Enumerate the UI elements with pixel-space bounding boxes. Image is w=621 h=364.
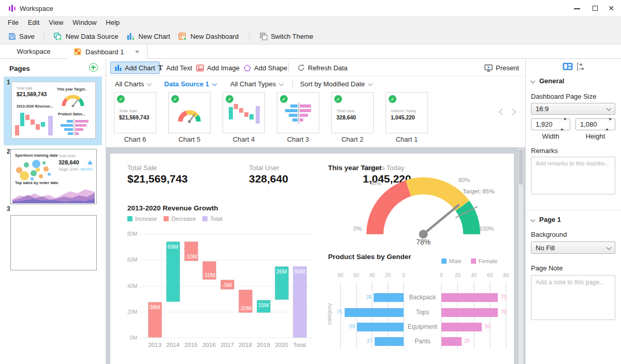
- gallery-card-chart-6[interactable]: ✓Total Sale$21,569,743: [114, 92, 156, 133]
- gallery-next-button[interactable]: [507, 108, 514, 118]
- x-axis-label: 2015: [181, 342, 201, 348]
- menu-view[interactable]: View: [44, 17, 68, 29]
- remarks-textarea[interactable]: Add remarks to this dashboard...: [531, 157, 615, 194]
- axis-tick-label: 20: [382, 272, 394, 278]
- stepper-arrows-icon[interactable]: [605, 120, 612, 128]
- bar-value-label: 38M: [149, 304, 161, 310]
- widget-tree-tab[interactable]: [577, 63, 586, 72]
- category-label: Pants: [404, 338, 441, 345]
- waterfall-bar-2018: -20M: [239, 290, 253, 313]
- dashboard-settings-icon: [563, 63, 573, 70]
- tab-label: Workspace: [17, 48, 51, 55]
- axis-tick-label: 40: [366, 272, 378, 278]
- maximize-button[interactable]: [587, 0, 603, 17]
- legend-swatch: [202, 216, 208, 221]
- page-note-textarea[interactable]: Add a note to this page...: [531, 275, 615, 320]
- menu-edit[interactable]: Edit: [23, 17, 44, 29]
- legend-item: Total: [202, 216, 222, 222]
- app-icon: [8, 4, 17, 12]
- background-label: Background: [531, 231, 567, 238]
- gauge-widget[interactable]: This year Target0%40%80%100%Target: 85%7…: [325, 161, 511, 251]
- card-waterfall-preview: [228, 101, 261, 126]
- pages-sidebar: Pages 1 Total Sale $21,569,743 This year…: [0, 59, 106, 364]
- legend-label: Female: [479, 258, 498, 264]
- butterfly-title: Product Sales by Gender: [328, 253, 411, 261]
- page-section-header[interactable]: Page 1: [531, 216, 561, 223]
- page-thumbnail-2[interactable]: 2 Sportmen training data Total Units 328…: [4, 146, 102, 211]
- bar-value-label: -10M: [203, 272, 216, 278]
- add-page-button[interactable]: [89, 63, 98, 72]
- butterfly-legend: MaleFemale: [441, 258, 498, 264]
- thumb-kpi-label: Total Sale: [17, 86, 33, 90]
- canvas-scrollbar-track[interactable]: [519, 148, 523, 364]
- minimize-button[interactable]: [569, 0, 585, 17]
- width-stepper[interactable]: 1,920: [531, 118, 570, 130]
- male-bar-pants: [375, 337, 404, 346]
- legend-swatch: [471, 259, 476, 264]
- y-axis-label: 40M: [127, 283, 137, 289]
- stepper-arrows-icon[interactable]: [560, 120, 567, 128]
- waterfall-bar-2016: -10M: [202, 261, 216, 280]
- dashboard-settings-tab[interactable]: [563, 63, 574, 72]
- canvas-scrollbar-thumb[interactable]: [519, 149, 523, 185]
- gallery-card-chart-5[interactable]: ✓: [168, 92, 211, 133]
- gallery-card-chart-1[interactable]: ✓Visitors Today1,045,220: [386, 92, 428, 133]
- save-button[interactable]: Save: [6, 31, 37, 43]
- waterfall-bar-2019: 15M: [257, 300, 271, 313]
- waterfall-legend: IncreaseDecreaseTotal: [127, 216, 223, 222]
- card-butterfly-preview: [283, 101, 314, 125]
- page-note-placeholder: Add a note to this page...: [536, 279, 612, 286]
- gridline: [139, 234, 312, 234]
- dashboard-page[interactable]: Total Sale$21,569,743Total User328,640Vi…: [110, 153, 514, 364]
- axis-tick-label: 40: [468, 272, 480, 278]
- category-label: Tops: [404, 309, 441, 316]
- gallery-card-chart-2[interactable]: ✓Total User328,640: [331, 92, 374, 133]
- height-value: 1,080: [580, 120, 597, 128]
- chevron-down-icon: [607, 106, 612, 111]
- menu-file[interactable]: File: [3, 17, 23, 29]
- legend-swatch: [441, 259, 447, 264]
- page-thumbnail-1[interactable]: 1 Total Sale $21,569,743 This year Targe…: [4, 77, 102, 145]
- gallery-prev-button[interactable]: [496, 108, 504, 118]
- butterfly-ylabel: category: [326, 296, 332, 332]
- axis-tick-label: 60: [350, 272, 363, 278]
- page-number: 1: [7, 79, 10, 86]
- waterfall-bar-2017: -5M: [220, 280, 234, 290]
- gauge-title: This year Target: [328, 164, 381, 172]
- pages-title: Pages: [9, 65, 30, 72]
- general-section-title: General: [539, 77, 564, 85]
- gridline: [139, 338, 312, 338]
- thumb-kpi-value: $21,569,743: [17, 91, 47, 97]
- bar-value-label: -20M: [239, 305, 252, 311]
- gridline: [506, 282, 507, 349]
- butterfly-plot: 0020204040606080803870Backpack7570Tops59…: [325, 270, 511, 355]
- general-section-header[interactable]: General: [531, 77, 564, 85]
- gallery-card-chart-3[interactable]: ✓: [277, 92, 319, 133]
- waterfall-bar-2013: 38M: [148, 302, 162, 338]
- page-size-select[interactable]: 16:9: [531, 103, 615, 115]
- page-thumbnail-3[interactable]: 3: [4, 204, 102, 269]
- thumb-gauge-title: This year Target..: [57, 87, 86, 91]
- page-number: 3: [7, 205, 10, 213]
- tab-workspace[interactable]: Workspace: [0, 44, 68, 58]
- kpi-widget-1[interactable]: Total Sale$21,569,743: [127, 164, 231, 189]
- male-bar-tops: [345, 308, 404, 317]
- kpi-value: 328,640: [249, 173, 288, 185]
- waterfall-bar-2020: 26M: [275, 266, 289, 300]
- background-select[interactable]: No Fill: [531, 241, 615, 254]
- thumb-units-delta: +95.00%: [79, 168, 93, 171]
- widget-tree-icon: [577, 63, 585, 71]
- butterfly-widget[interactable]: Product Sales by GenderMaleFemale0020204…: [325, 251, 514, 357]
- waterfall-widget[interactable]: 2013-2020 Revenue GrowthIncreaseDecrease…: [124, 202, 323, 352]
- kpi-label: Total User: [249, 164, 279, 172]
- height-stepper[interactable]: 1,080: [575, 118, 615, 130]
- menu-window[interactable]: Window: [68, 17, 101, 29]
- gauge-tick-label: 40%: [369, 180, 385, 186]
- close-button[interactable]: ✕: [603, 0, 619, 17]
- legend-label: Increase: [135, 216, 157, 222]
- gauge-value-label: 78%: [411, 238, 436, 246]
- page-thumbnail-canvas: Total Sale $21,569,743 This year Target.…: [11, 82, 96, 139]
- gallery-card-name: Chart 6: [114, 135, 156, 143]
- gallery-card-chart-4[interactable]: ✓: [223, 92, 265, 133]
- female-bar-backpack: [441, 293, 498, 302]
